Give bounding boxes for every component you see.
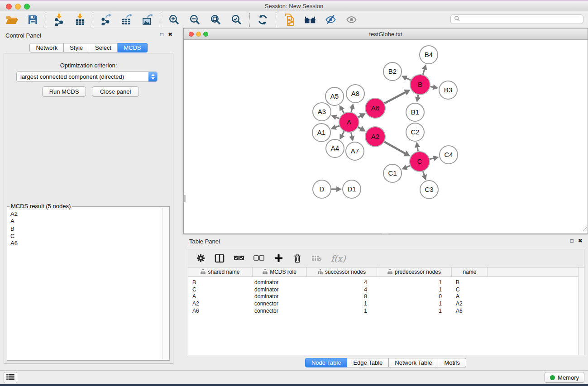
table-cell[interactable]: A2 <box>188 300 253 307</box>
tab-select[interactable]: Select <box>89 43 118 52</box>
network-overview-icon[interactable] <box>303 13 316 26</box>
search-field[interactable] <box>450 14 583 24</box>
hide-selected-icon[interactable] <box>324 13 337 26</box>
table-row[interactable]: A2connector11A2 <box>188 300 578 307</box>
column-header-shared-name[interactable]: shared name <box>188 267 253 276</box>
delete-columns-icon[interactable] <box>292 253 302 264</box>
close-window-button[interactable] <box>6 4 12 10</box>
run-mcds-button[interactable]: Run MCDS <box>42 86 86 97</box>
export-network-icon[interactable] <box>100 13 113 26</box>
table-cell[interactable]: A6 <box>188 308 253 314</box>
network-canvas[interactable]: B4B2BB3A5A8A6B1A3AA1C2A2A4A7C4CC1C3DD1 <box>184 40 588 234</box>
zoom-out-icon[interactable] <box>188 13 201 26</box>
tab-network[interactable]: Network <box>29 43 64 52</box>
mcds-result-list[interactable]: A2ABCA6 <box>8 208 163 359</box>
table-row[interactable]: Bdominator41B <box>188 279 578 286</box>
table-cell[interactable]: A <box>452 293 488 300</box>
zoom-fit-icon[interactable] <box>209 13 222 26</box>
network-window-titlebar[interactable]: testGlobe.txt <box>184 29 588 40</box>
minimize-window-button[interactable] <box>15 4 21 10</box>
column-header-name[interactable]: name <box>452 267 488 276</box>
graph-edge-B-B4[interactable] <box>423 69 425 75</box>
new-network-from-selection-icon[interactable] <box>282 13 296 26</box>
refresh-icon[interactable] <box>256 13 269 26</box>
network-graph[interactable]: B4B2BB3A5A8A6B1A3AA1C2A2A4A7C4CC1C3DD1 <box>184 40 588 234</box>
close-table-panel-icon[interactable]: ✖ <box>578 238 583 244</box>
zoom-in-icon[interactable] <box>167 13 181 26</box>
table-cell[interactable]: connector <box>253 300 307 307</box>
table-cell[interactable]: C <box>452 286 488 293</box>
table-cell[interactable]: dominator <box>253 279 307 286</box>
tab-motifs[interactable]: Motifs <box>438 358 466 367</box>
select-all-columns-icon[interactable] <box>234 253 244 264</box>
tab-style[interactable]: Style <box>64 43 89 52</box>
table-cell[interactable]: connector <box>253 308 307 314</box>
resize-grip-icon[interactable] <box>582 225 587 233</box>
table-cell[interactable]: B <box>452 279 488 286</box>
column-header-successor-nodes[interactable]: successor nodes <box>307 267 377 276</box>
table-cell[interactable]: 1 <box>377 279 452 286</box>
table-cell[interactable]: B <box>188 279 253 286</box>
column-header-predecessor-nodes[interactable]: predecessor nodes <box>377 267 452 276</box>
zoom-window-button[interactable] <box>24 4 30 10</box>
search-input[interactable] <box>462 16 583 23</box>
column-header-MCDS-role[interactable]: MCDS role <box>253 267 307 276</box>
close-panel-button[interactable]: Close panel <box>92 86 139 97</box>
table-cell[interactable]: 4 <box>307 279 377 286</box>
result-list-item[interactable]: A2 <box>8 210 163 218</box>
result-list-item[interactable]: B <box>8 225 163 233</box>
save-session-icon[interactable] <box>26 13 39 26</box>
zoom-selected-icon[interactable] <box>230 13 243 26</box>
network-close-button[interactable] <box>189 32 194 37</box>
table-cell[interactable]: dominator <box>253 293 307 300</box>
tab-mcds[interactable]: MCDS <box>118 43 147 52</box>
result-list-item[interactable]: C <box>8 233 163 240</box>
table-cell[interactable]: 8 <box>307 293 377 300</box>
graph-edge-A6-B[interactable] <box>384 92 406 103</box>
memory-button[interactable]: Memory <box>545 372 584 383</box>
graph-edge-A2-C[interactable] <box>384 142 406 154</box>
table-row[interactable]: Adominator80A <box>188 293 578 300</box>
optimization-criterion-select[interactable]: largest connected component (directed) <box>16 71 158 82</box>
table-cell[interactable]: 4 <box>307 286 377 293</box>
table-cell[interactable]: 1 <box>377 300 452 307</box>
import-table-icon[interactable] <box>73 13 86 26</box>
table-cell[interactable]: 0 <box>377 293 452 300</box>
table-body[interactable]: Bdominator41BCdominator41CAdominator80AA… <box>188 277 578 355</box>
table-cell[interactable]: dominator <box>253 286 307 293</box>
result-list-item[interactable]: A <box>8 218 163 225</box>
open-session-icon[interactable] <box>5 13 19 26</box>
table-cell[interactable]: A2 <box>452 300 488 307</box>
close-panel-icon[interactable]: ✖ <box>168 31 172 38</box>
splitter-handle-left[interactable] <box>184 195 186 202</box>
table-cell[interactable]: C <box>188 286 253 293</box>
float-panel-icon[interactable]: □ <box>160 31 163 38</box>
show-columns-icon[interactable] <box>215 253 225 264</box>
table-cell[interactable]: 1 <box>307 300 377 307</box>
settings-icon[interactable] <box>196 253 206 264</box>
import-network-icon[interactable] <box>53 13 66 26</box>
show-all-icon[interactable] <box>345 13 358 26</box>
table-cell[interactable]: A6 <box>452 308 488 314</box>
table-row[interactable]: Cdominator41C <box>188 286 578 293</box>
float-table-panel-icon[interactable]: □ <box>570 238 574 244</box>
add-column-icon[interactable] <box>273 253 283 264</box>
table-cell[interactable]: A <box>188 293 253 300</box>
table-scrollbar[interactable] <box>578 267 584 355</box>
delete-table-icon <box>311 253 322 264</box>
network-minimize-button[interactable] <box>196 32 201 37</box>
result-scrollbar[interactable] <box>163 208 168 359</box>
tab-node-table[interactable]: Node Table <box>305 358 348 367</box>
result-list-item[interactable]: A6 <box>8 240 163 247</box>
tab-network-table[interactable]: Network Table <box>389 358 438 367</box>
network-zoom-button[interactable] <box>203 32 208 37</box>
export-image-icon[interactable] <box>141 13 154 26</box>
table-cell[interactable]: 1 <box>377 308 452 314</box>
tab-edge-table[interactable]: Edge Table <box>347 358 389 367</box>
unselect-all-columns-icon[interactable] <box>253 253 264 264</box>
table-cell[interactable]: 1 <box>377 286 452 293</box>
export-table-icon[interactable] <box>120 13 134 26</box>
table-cell[interactable]: 1 <box>307 308 377 314</box>
table-row[interactable]: A6connector11A6 <box>188 307 578 315</box>
task-history-button[interactable] <box>4 372 17 383</box>
